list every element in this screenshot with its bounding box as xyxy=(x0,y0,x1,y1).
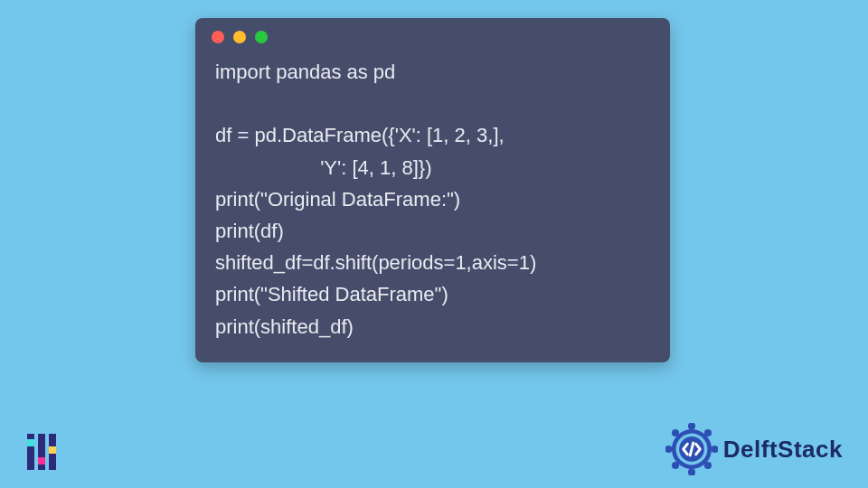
svg-point-4 xyxy=(704,462,712,469)
brand-badge-icon xyxy=(665,423,718,475)
svg-point-7 xyxy=(665,446,673,453)
logo-pip xyxy=(49,446,56,454)
svg-point-1 xyxy=(688,423,695,430)
logo-pip xyxy=(27,439,34,446)
svg-point-6 xyxy=(672,462,679,469)
code-line: 'Y': [4, 1, 8]}) xyxy=(215,156,432,179)
window-titlebar xyxy=(195,18,670,51)
brand: DelftStack xyxy=(665,423,843,475)
code-block: import pandas as pd df = pd.DataFrame({'… xyxy=(195,51,670,362)
secondary-logo-icon xyxy=(27,430,56,470)
code-line: print("Shifted DataFrame") xyxy=(215,283,448,305)
code-line: df = pd.DataFrame({'X': [1, 2, 3,], xyxy=(215,124,505,146)
close-icon[interactable] xyxy=(212,31,224,43)
svg-point-2 xyxy=(704,429,712,436)
logo-bar xyxy=(38,434,45,470)
brand-name: DelftStack xyxy=(723,436,843,464)
logo-bar xyxy=(27,434,34,470)
logo-pip xyxy=(38,457,45,465)
code-window: import pandas as pd df = pd.DataFrame({'… xyxy=(195,18,670,362)
minimize-icon[interactable] xyxy=(233,31,246,43)
svg-point-3 xyxy=(711,446,718,453)
svg-point-8 xyxy=(672,429,679,436)
svg-point-5 xyxy=(688,468,695,475)
code-line: print(df) xyxy=(215,220,284,242)
code-line: import pandas as pd xyxy=(215,61,395,83)
code-line: print(shifted_df) xyxy=(215,315,354,338)
zoom-icon[interactable] xyxy=(255,31,268,43)
code-line: shifted_df=df.shift(periods=1,axis=1) xyxy=(215,251,536,274)
code-line: print("Original DataFrame:") xyxy=(215,188,460,211)
logo-bar xyxy=(49,434,56,470)
